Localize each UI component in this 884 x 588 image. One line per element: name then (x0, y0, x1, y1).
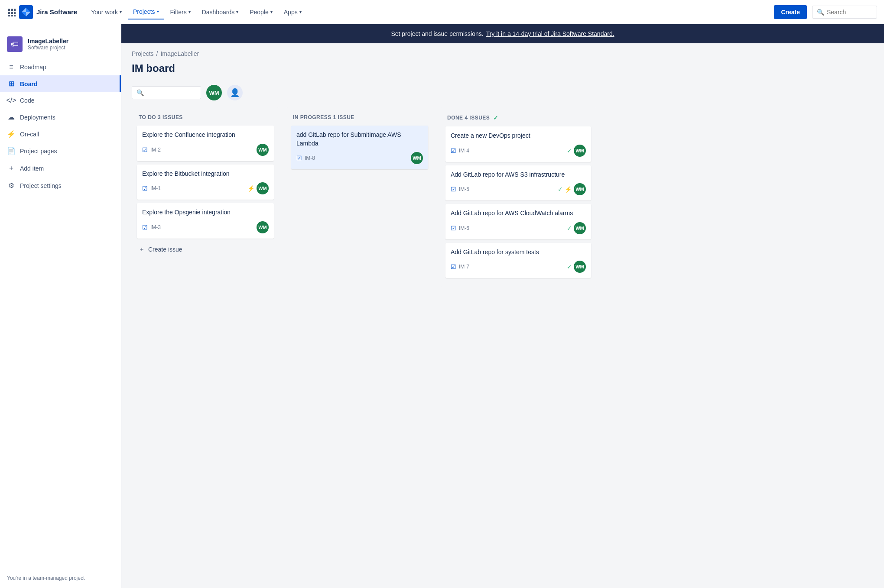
sidebar-item-project-pages[interactable]: 📄 Project pages (0, 142, 121, 159)
card-IM-2[interactable]: Explore the Confluence integration ☑ IM-… (137, 126, 274, 161)
sidebar-item-roadmap[interactable]: ≡ Roadmap (0, 59, 121, 75)
search-input[interactable] (827, 9, 861, 16)
nav-item-filters[interactable]: Filters ▾ (165, 5, 196, 19)
create-button[interactable]: Create (774, 5, 807, 19)
card-title-IM-8: add GitLab repo for SubmitImage AWS Lamb… (296, 131, 423, 148)
project-info: ImageLabeller Software project (28, 38, 68, 51)
svg-rect-3 (8, 12, 10, 14)
grid-icon[interactable] (7, 8, 16, 16)
card-title-IM-1: Explore the Bitbucket integration (142, 170, 269, 178)
logo[interactable]: Jira Software (19, 5, 77, 19)
card-footer-IM-2: ☑ IM-2 WM (142, 144, 269, 156)
card-icons-IM-6: ✓ WM (567, 222, 586, 234)
breadcrumb-projects[interactable]: Projects (132, 50, 154, 57)
chevron-down-icon: ▾ (188, 10, 191, 14)
avatar-add-member[interactable]: 👤 (227, 85, 243, 100)
card-IM-5[interactable]: Add GitLab repo for AWS S3 infrastructur… (445, 165, 591, 201)
bolt-icon: ⚡ (247, 185, 255, 192)
banner-link[interactable]: Try it in a 14-day trial of Jira Softwar… (486, 30, 614, 37)
svg-rect-7 (11, 15, 13, 16)
card-IM-1[interactable]: Explore the Bitbucket integration ☑ IM-1… (137, 165, 274, 200)
card-icons-IM-5: ✓ ⚡ WM (558, 183, 586, 195)
card-avatar-IM-8: WM (411, 152, 423, 164)
create-issue-label: Create issue (148, 246, 182, 253)
card-id-IM-4: IM-4 (459, 148, 469, 154)
sidebar-item-project-settings[interactable]: ⚙ Project settings (0, 177, 121, 194)
column-todo: TO DO 3 ISSUES Explore the Confluence in… (132, 107, 279, 262)
plus-icon: ＋ (139, 246, 145, 253)
card-checkbox-icon-IM-8: ☑ (296, 155, 302, 162)
card-IM-3[interactable]: Explore the Opsgenie integration ☑ IM-3 … (137, 203, 274, 239)
card-avatar-IM-1: WM (257, 182, 269, 194)
banner-text: Set project and issue permissions. (391, 30, 483, 37)
avatar-wm[interactable]: WM (206, 85, 222, 100)
col-title-todo: TO DO 3 ISSUES (139, 114, 183, 120)
card-title-IM-3: Explore the Opsgenie integration (142, 208, 269, 217)
done-icon: ✓ (567, 263, 572, 270)
board-icon: ⊞ (7, 80, 16, 88)
card-icons-IM-8: WM (411, 152, 423, 164)
board-search-bar[interactable]: 🔍 (132, 86, 201, 99)
card-checkbox-icon-IM-3: ☑ (142, 224, 148, 231)
create-issue-btn[interactable]: ＋ Create issue (137, 242, 274, 257)
card-IM-4[interactable]: Create a new DevOps project ☑ IM-4 ✓ WM (445, 126, 591, 162)
done-icon: ✓ (558, 186, 563, 193)
pages-icon: 📄 (7, 147, 16, 155)
svg-rect-4 (11, 12, 13, 14)
sidebar-item-oncall[interactable]: ⚡ On-call (0, 126, 121, 142)
svg-rect-1 (11, 9, 13, 11)
nav-item-dashboards[interactable]: Dashboards ▾ (197, 5, 244, 19)
card-footer-IM-1: ☑ IM-1 ⚡ WM (142, 182, 269, 194)
card-id-IM-8: IM-8 (305, 155, 315, 161)
card-avatar-IM-2: WM (257, 144, 269, 156)
card-checkbox-icon-IM-5: ☑ (451, 186, 456, 193)
search-bar[interactable]: 🔍 (812, 6, 877, 19)
col-header-done: DONE 4 ISSUES ✓ (445, 113, 591, 126)
card-avatar-IM-4: WM (574, 145, 586, 157)
sidebar-item-code[interactable]: </> Code (0, 92, 121, 109)
board: TO DO 3 ISSUES Explore the Confluence in… (121, 107, 884, 297)
sidebar-item-board[interactable]: ⊞ Board (0, 75, 121, 92)
svg-rect-0 (8, 9, 10, 11)
sidebar-item-deployments[interactable]: ☁ Deployments (0, 109, 121, 126)
breadcrumb: Projects / ImageLabeller (121, 43, 884, 59)
code-icon: </> (7, 97, 16, 104)
card-id-IM-3: IM-3 (150, 224, 161, 230)
bolt-icon: ⚡ (565, 186, 572, 193)
nav-item-projects[interactable]: Projects ▾ (128, 5, 164, 19)
card-title-IM-7: Add GitLab repo for system tests (451, 248, 586, 257)
card-title-IM-2: Explore the Confluence integration (142, 131, 269, 139)
card-footer-IM-8: ☑ IM-8 WM (296, 152, 423, 164)
card-id-IM-1: IM-1 (150, 185, 161, 191)
done-icon: ✓ (567, 225, 572, 232)
roadmap-icon: ≡ (7, 63, 16, 71)
card-title-IM-6: Add GitLab repo for AWS CloudWatch alarm… (451, 209, 586, 218)
card-title-IM-4: Create a new DevOps project (451, 132, 586, 140)
card-footer-IM-5: ☑ IM-5 ✓ ⚡ WM (451, 183, 586, 195)
card-meta-IM-3: ☑ IM-3 (142, 224, 161, 231)
card-meta-IM-6: ☑ IM-6 (451, 225, 469, 232)
card-footer-IM-4: ☑ IM-4 ✓ WM (451, 145, 586, 157)
main-content: Set project and issue permissions. Try i… (121, 24, 884, 588)
board-search-input[interactable] (146, 89, 196, 96)
card-IM-8[interactable]: add GitLab repo for SubmitImage AWS Lamb… (291, 126, 428, 169)
add-icon: ＋ (7, 164, 16, 173)
chevron-down-icon: ▾ (299, 10, 302, 14)
search-icon: 🔍 (136, 89, 144, 96)
nav-item-apps[interactable]: Apps ▾ (279, 5, 307, 19)
board-toolbar: 🔍 WM 👤 (121, 81, 884, 107)
col-title-inprogress: IN PROGRESS 1 ISSUE (293, 114, 354, 120)
oncall-icon: ⚡ (7, 130, 16, 138)
sidebar-item-add-item[interactable]: ＋ Add item (0, 159, 121, 177)
card-IM-7[interactable]: Add GitLab repo for system tests ☑ IM-7 … (445, 243, 591, 278)
project-icon: 🏷 (7, 36, 23, 52)
nav-item-your-work[interactable]: Your work ▾ (86, 5, 127, 19)
breadcrumb-imagelabeller[interactable]: ImageLabeller (160, 50, 199, 57)
card-IM-6[interactable]: Add GitLab repo for AWS CloudWatch alarm… (445, 204, 591, 239)
project-name: ImageLabeller (28, 38, 68, 45)
settings-icon: ⚙ (7, 181, 16, 190)
col-title-done: DONE 4 ISSUES (447, 115, 490, 121)
card-id-IM-5: IM-5 (459, 186, 469, 192)
card-id-IM-7: IM-7 (459, 264, 469, 270)
nav-item-people[interactable]: People ▾ (244, 5, 278, 19)
